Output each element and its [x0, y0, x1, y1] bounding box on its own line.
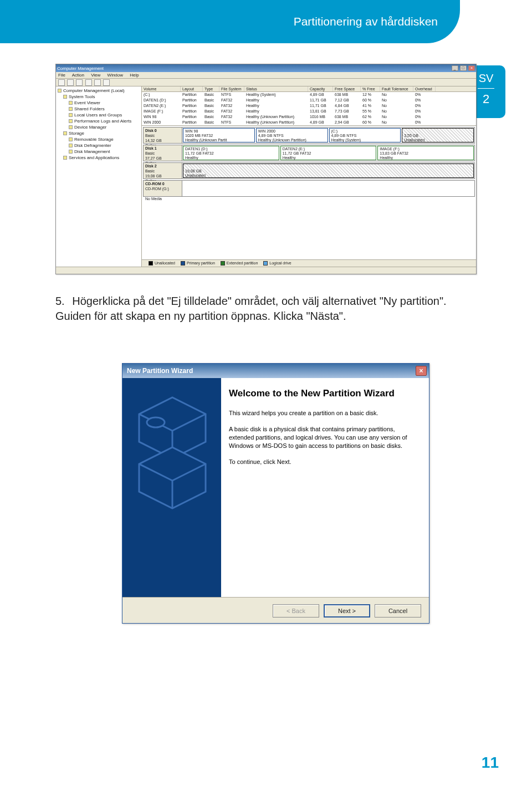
menu-help[interactable]: Help	[130, 73, 139, 78]
cell: 62 %	[361, 114, 380, 120]
new-partition-wizard-window: New Partition Wizard × Welcome to the Ne…	[122, 363, 429, 624]
disk-row[interactable]: Disk 2Basic19,08 GBOnline19,08 GBUnalloc…	[143, 162, 475, 179]
help-icon[interactable]	[103, 79, 110, 86]
refresh-icon[interactable]	[85, 79, 92, 86]
close-icon[interactable]: ×	[416, 366, 427, 376]
disk-map[interactable]: Disk 0Basic14,32 GBOnlineWIN 981020 MB F…	[142, 125, 476, 259]
volume-row[interactable]: (C:)PartitionBasicNTFSHealthy (System)4,…	[142, 92, 476, 98]
tree-node[interactable]: Performance Logs and Alerts	[58, 118, 140, 124]
column-header[interactable]: Type	[203, 86, 219, 91]
column-header[interactable]: Layout	[181, 86, 203, 91]
tree-node[interactable]: Event Viewer	[58, 100, 140, 106]
partition-block[interactable]: WIN 20004,89 GB NTFSHealthy (Unknown Par…	[256, 128, 328, 142]
maximize-button[interactable]: □	[460, 65, 467, 71]
cell: Basic	[203, 109, 219, 114]
next-button[interactable]: Next >	[324, 604, 370, 618]
cm-body: Computer Management (Local)System ToolsE…	[56, 86, 476, 267]
tree-node[interactable]: Services and Applications	[58, 155, 140, 161]
cell: WIN 2000	[142, 120, 181, 125]
forward-icon[interactable]	[67, 79, 74, 86]
cell: NTFS	[219, 120, 244, 125]
cell: Basic	[203, 103, 219, 109]
volume-row[interactable]: DATEN1 (D:)PartitionBasicFAT32Healthy11,…	[142, 98, 476, 103]
column-header[interactable]: Free Space	[333, 86, 361, 91]
cell: Partition	[181, 114, 203, 120]
cell: 638 MB	[333, 92, 361, 98]
up-icon[interactable]	[76, 79, 83, 86]
column-header[interactable]: Status	[244, 86, 308, 91]
legend-swatch-primary	[181, 261, 185, 266]
menu-file[interactable]: File	[58, 73, 65, 78]
npw-body: Welcome to the New Partition Wizard This…	[122, 378, 429, 597]
cell: 11,71 GB	[308, 98, 333, 103]
npw-heading: Welcome to the New Partition Wizard	[229, 388, 418, 399]
step-number: 5.	[55, 295, 65, 307]
volume-row[interactable]: WIN 98PartitionBasicFAT32Healthy (Unknow…	[142, 114, 476, 120]
partition-block[interactable]: (C:)4,89 GB NTFSHealthy (System)	[329, 128, 401, 142]
tree-node[interactable]: Storage	[58, 130, 140, 136]
partition-block[interactable]: 3,55 GBUnallocated	[402, 128, 474, 142]
column-header[interactable]: File System	[219, 86, 244, 91]
npw-paragraph-2: A basic disk is a physical disk that con…	[229, 425, 418, 450]
cell: WIN 98	[142, 114, 181, 120]
menu-view[interactable]: View	[91, 73, 100, 78]
partition-block[interactable]: DATEN1 (D:)11,72 GB FAT32Healthy	[183, 146, 279, 160]
column-header[interactable]: % Free	[361, 86, 380, 91]
volume-row[interactable]: DATEN2 (E:)PartitionBasicFAT32Healthy11,…	[142, 103, 476, 109]
cell: No	[380, 109, 413, 114]
cell: 0%	[413, 98, 436, 103]
cell: 7,12 GB	[333, 98, 361, 103]
volume-row[interactable]: IMAGE (F:)PartitionBasicFAT32Healthy13,8…	[142, 109, 476, 114]
cm-toolbar	[56, 79, 476, 86]
cell: (C:)	[142, 92, 181, 98]
menu-action[interactable]: Action	[72, 73, 84, 78]
partition-block[interactable]: 19,08 GBUnallocated	[183, 164, 474, 178]
cell: Partition	[181, 109, 203, 114]
column-header[interactable]: Fault Tolerance	[380, 86, 413, 91]
disk-row[interactable]: Disk 0Basic14,32 GBOnlineWIN 981020 MB F…	[143, 127, 475, 144]
npw-titlebar: New Partition Wizard ×	[122, 364, 429, 378]
tree-node[interactable]: Disk Defragmenter	[58, 142, 140, 149]
tree-node[interactable]: Local Users and Groups	[58, 112, 140, 118]
tree-node[interactable]: Removable Storage	[58, 136, 140, 142]
minimize-button[interactable]: _	[452, 65, 458, 71]
back-icon[interactable]	[58, 79, 65, 86]
column-header[interactable]: Volume	[142, 86, 181, 91]
divider	[478, 88, 494, 89]
cancel-button[interactable]: Cancel	[375, 604, 421, 618]
tree-node[interactable]: Computer Management (Local)	[58, 88, 140, 94]
npw-sidebar-graphic	[122, 378, 221, 597]
tree-node[interactable]: System Tools	[58, 94, 140, 100]
disk-row[interactable]: Disk 1Basic37,27 GBOnlineDATEN1 (D:)11,7…	[143, 145, 475, 161]
cell: Healthy (Unknown Partition)	[244, 120, 308, 125]
column-header[interactable]: Capacity	[308, 86, 333, 91]
cm-menubar[interactable]: File Action View Window Help	[56, 72, 476, 79]
legend-extended: Extended partition	[227, 261, 258, 265]
column-header[interactable]: Overhead	[413, 86, 436, 91]
disk-partitions	[182, 181, 474, 196]
cell: Partition	[181, 103, 203, 109]
partition-block[interactable]: IMAGE (F:)13,83 GB FAT32Healthy	[377, 146, 474, 160]
disk-row[interactable]: CD-ROM 0CD-ROM (G:)No Media	[143, 180, 475, 197]
partition-block[interactable]: DATEN2 (E:)11,72 GB FAT32Healthy	[280, 146, 377, 160]
npw-paragraph-1: This wizard helps you create a partition…	[229, 409, 418, 417]
partition-block[interactable]: WIN 981020 MB FAT32Healthy (Unknown Part…	[183, 128, 255, 142]
properties-icon[interactable]	[94, 79, 101, 86]
cell: Healthy	[244, 103, 308, 109]
tree-node[interactable]: Device Manager	[58, 124, 140, 130]
cell: Basic	[203, 120, 219, 125]
tree-node[interactable]: Shared Folders	[58, 106, 140, 112]
disk-label: CD-ROM 0CD-ROM (G:)No Media	[144, 181, 182, 196]
cell: 13,81 GB	[308, 109, 333, 114]
npw-title: New Partition Wizard	[127, 367, 193, 375]
tree-node[interactable]: Disk Management	[58, 149, 140, 155]
volume-row[interactable]: WIN 2000PartitionBasicNTFSHealthy (Unkno…	[142, 120, 476, 125]
cell: Basic	[203, 98, 219, 103]
volume-list-body[interactable]: (C:)PartitionBasicNTFSHealthy (System)4,…	[142, 92, 476, 125]
close-button[interactable]: ×	[468, 65, 475, 71]
cell: FAT32	[219, 98, 244, 103]
cm-tree[interactable]: Computer Management (Local)System ToolsE…	[56, 86, 142, 267]
menu-window[interactable]: Window	[108, 73, 123, 78]
cell: No	[380, 98, 413, 103]
cm-statusbar	[56, 267, 476, 274]
